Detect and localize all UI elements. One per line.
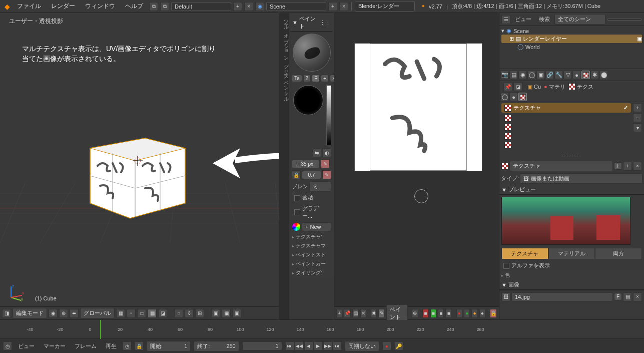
accumulate-checkbox[interactable]	[294, 195, 300, 201]
texlist-remove-icon[interactable]: −	[633, 113, 642, 122]
image-browse-icon[interactable]: 🖼	[501, 292, 510, 301]
texture-id-field[interactable]: テクスチャ	[509, 161, 613, 171]
uv-dot3-icon[interactable]: ●	[471, 309, 477, 318]
snap-icon[interactable]: ⧲	[185, 309, 194, 318]
render-layer-toggle-icon[interactable]: ▣	[637, 36, 642, 42]
prop-object-icon[interactable]: ▣	[536, 71, 545, 79]
image-header[interactable]: ▼画像	[499, 280, 644, 290]
uv-cursor-icon[interactable]: ✖	[371, 309, 377, 318]
texture-type-selector[interactable]: 🖼画像または動画	[520, 173, 642, 184]
timeline-view-menu[interactable]: ビュー	[15, 342, 38, 350]
blend-mode-selector[interactable]: ミ	[309, 181, 331, 192]
uv-channel-r-icon[interactable]: ■	[422, 309, 428, 318]
jump-end-icon[interactable]: ⏭	[333, 341, 342, 350]
timeline-ruler[interactable]: -40 -20 0 20 40 60 80 100 120 140 160 18…	[0, 320, 644, 339]
layout-prev-icon[interactable]: ⧉	[149, 2, 158, 11]
uv-channel-b-icon[interactable]: ■	[438, 309, 444, 318]
uv-editor-type-icon[interactable]: +	[336, 309, 342, 318]
prop-scene-icon[interactable]: ◉	[518, 71, 527, 79]
timeline-range-icon[interactable]: ◷	[123, 341, 132, 350]
start-frame-field[interactable]: 開始: 1	[147, 341, 191, 351]
keyframe-next-icon[interactable]: ▶▶	[323, 341, 332, 350]
radius-field[interactable]: : 35 px	[292, 160, 320, 168]
texture-slot-2[interactable]	[504, 123, 628, 132]
playhead[interactable]	[100, 320, 101, 339]
autokey-icon[interactable]: ●	[382, 341, 391, 350]
context-cube[interactable]: ▣Cu	[527, 84, 541, 90]
uv-pivot-icon[interactable]: ⊕	[412, 309, 418, 318]
prop-layers-icon[interactable]: ▤	[509, 71, 518, 79]
snap-type-icon[interactable]: ⊞	[195, 309, 204, 318]
texture-f-button[interactable]: F	[614, 162, 622, 170]
list-grip[interactable]: ∙∙∙∙∙∙∙∙	[499, 152, 644, 160]
brush-te-button[interactable]: Te	[292, 75, 302, 82]
mesh-select-face-icon[interactable]: ▦	[148, 309, 157, 318]
uv-image-icon[interactable]: ▤	[352, 309, 358, 318]
texlist-menu-icon[interactable]: ▾	[633, 123, 642, 132]
uv-dot4-icon[interactable]: ●	[479, 309, 485, 318]
prop-world-icon[interactable]: ◯	[527, 71, 536, 79]
uv-brush-icon[interactable]: ✎	[378, 309, 384, 318]
copy-icon[interactable]: ▣	[222, 309, 231, 318]
scene-browse-icon[interactable]: ◉	[255, 2, 264, 11]
radius-pressure-icon[interactable]: ✎	[321, 159, 330, 168]
prop-physics-icon[interactable]: ⬤	[599, 71, 608, 79]
strength-lock-icon[interactable]: 🔒	[292, 170, 301, 179]
uv-image-editor[interactable]: + 📌 ▤ ✕ ✖ ✎ ペイント ⊕ ■ ■ ■ ■ ● ● ● ● 🔒	[334, 13, 499, 319]
uv-channel-g-icon[interactable]: ■	[430, 309, 436, 318]
uv-dot2-icon[interactable]: ●	[464, 309, 470, 318]
menu-window[interactable]: ウィンドウ	[81, 2, 119, 11]
preview-tab-material[interactable]: マテリアル	[548, 248, 595, 259]
collapse-stroke[interactable]: ペイントスト	[290, 250, 333, 259]
collapse-color[interactable]: 色	[499, 271, 644, 280]
uv-lock-icon[interactable]: 🔒	[490, 309, 497, 318]
play-reverse-icon[interactable]: ◀	[304, 341, 313, 350]
uv-image-canvas[interactable]	[354, 43, 482, 171]
context-material[interactable]: ●マテリ	[544, 83, 565, 91]
uv-pin-icon[interactable]: 📌	[344, 309, 351, 318]
scene-selector[interactable]: Scene	[266, 2, 326, 11]
preview-tab-texture[interactable]: テクスチャ	[501, 248, 548, 259]
play-icon[interactable]: ▶	[314, 341, 323, 350]
outliner-type-icon[interactable]: ☰	[501, 15, 510, 24]
timeline-frame-menu[interactable]: フレーム	[72, 342, 100, 350]
timeline-marker-menu[interactable]: マーカー	[41, 342, 69, 350]
color-picker-icon[interactable]: ◐	[322, 148, 331, 157]
mesh-select-edge-icon[interactable]: ▭	[137, 309, 146, 318]
timeline-type-icon[interactable]: ◷	[3, 341, 12, 350]
scene-remove-icon[interactable]: ×	[339, 2, 348, 11]
brush-f-button[interactable]: F	[312, 75, 320, 82]
preview-header[interactable]: ▼プレビュー	[499, 185, 644, 195]
menu-render[interactable]: レンダー	[47, 2, 79, 11]
menu-help[interactable]: ヘルプ	[121, 2, 147, 11]
texlist-add-icon[interactable]: +	[633, 103, 642, 112]
scene-add-icon[interactable]: +	[328, 2, 337, 11]
prop-render-icon[interactable]: 📷	[500, 71, 509, 79]
uv-dot1-icon[interactable]: ●	[456, 309, 462, 318]
prop-material-icon[interactable]: ●	[572, 71, 581, 79]
layout-remove-icon[interactable]: ×	[244, 2, 253, 11]
3d-viewport[interactable]: ユーザー・透視投影 マルチテクスチャ表示は、UV/画像エディタでポリゴンに割り …	[0, 13, 279, 319]
pivot-icon[interactable]: ⊕	[59, 309, 68, 318]
layers-icon[interactable]: ▦	[116, 309, 125, 318]
texture-slot-3[interactable]	[504, 132, 628, 141]
prop-data-icon[interactable]: ▽	[563, 71, 572, 79]
keyframe-prev-icon[interactable]: ◀◀	[295, 341, 304, 350]
collapse-texture[interactable]: テクスチャ:	[290, 232, 333, 241]
keying-set-icon[interactable]: 🔑	[394, 341, 403, 350]
tree-render-layers[interactable]: ⊞▤レンダーレイヤー▣	[501, 35, 642, 43]
viewport-shading-icon[interactable]: ◉	[49, 309, 58, 318]
preview-tab-both[interactable]: 両方	[595, 248, 642, 259]
context-limit-icon[interactable]: ◪	[513, 82, 522, 91]
texture-add-icon[interactable]: +	[623, 162, 632, 171]
texctx-material-icon[interactable]: ●	[509, 93, 518, 101]
context-pin-icon[interactable]: 📌	[503, 82, 512, 91]
layout-browse-icon[interactable]: ⧉	[160, 2, 169, 11]
layout-add-icon[interactable]: +	[233, 2, 242, 11]
brush-circle-preview[interactable]	[293, 85, 323, 115]
prop-particles-icon[interactable]: ✱	[590, 71, 599, 79]
tree-scene[interactable]: ▾◉Scene	[501, 27, 642, 35]
paint-panel-header[interactable]: ▼ペイント⋮⋮	[290, 14, 333, 32]
palette-color-icon[interactable]	[292, 222, 301, 231]
texture-slot-1[interactable]	[504, 114, 628, 123]
